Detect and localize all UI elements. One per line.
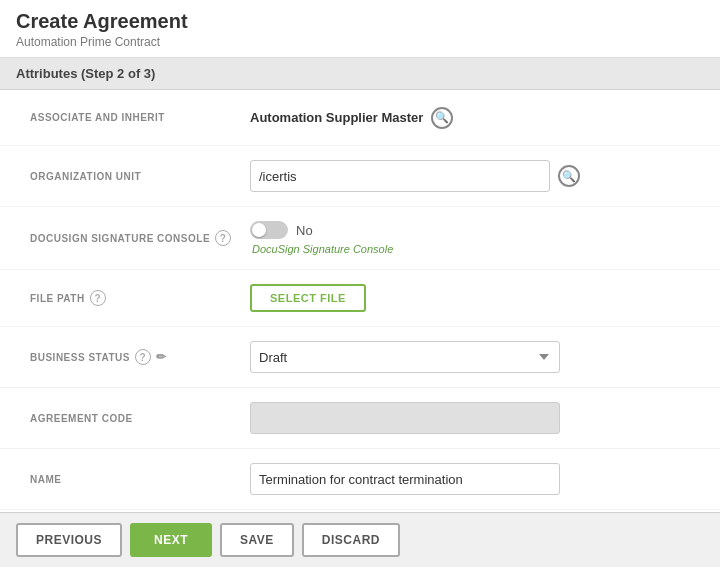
page-title: Create Agreement [16, 10, 704, 33]
business-status-help-icon[interactable]: ? [135, 349, 151, 365]
docusign-toggle[interactable] [250, 221, 288, 239]
next-button[interactable]: NEXT [130, 523, 212, 557]
docusign-toggle-wrapper: No DocuSign Signature Console [250, 221, 393, 255]
file-path-control: SELECT FILE [250, 284, 690, 312]
page-wrapper: Create Agreement Automation Prime Contra… [0, 0, 720, 567]
associate-inherit-label: ASSOCIATE AND INHERIT [30, 112, 250, 123]
org-unit-search-icon[interactable]: 🔍 [558, 165, 580, 187]
associate-inherit-value: Automation Supplier Master [250, 110, 423, 125]
org-unit-input[interactable] [250, 160, 550, 192]
docusign-toggle-row: No [250, 221, 393, 239]
file-path-help-icon[interactable]: ? [90, 290, 106, 306]
agreement-code-input [250, 402, 560, 434]
docusign-label: DOCUSIGN SIGNATURE CONSOLE ? [30, 230, 250, 246]
docusign-help-icon[interactable]: ? [215, 230, 231, 246]
select-file-button[interactable]: SELECT FILE [250, 284, 366, 312]
docusign-control: No DocuSign Signature Console [250, 221, 690, 255]
footer: PREVIOUS NEXT SAVE DISCARD [0, 512, 720, 567]
business-status-edit-icon[interactable]: ✏ [156, 350, 167, 364]
name-row: NAME [0, 449, 720, 510]
file-path-row: FILE PATH ? SELECT FILE [0, 270, 720, 327]
name-input[interactable] [250, 463, 560, 495]
associate-inherit-control: Automation Supplier Master 🔍 [250, 107, 690, 129]
page-header: Create Agreement Automation Prime Contra… [0, 0, 720, 58]
file-path-label: FILE PATH ? [30, 290, 250, 306]
business-status-row: BUSINESS STATUS ? ✏ Draft Active Inactiv… [0, 327, 720, 388]
page-subtitle: Automation Prime Contract [16, 35, 704, 49]
agreement-code-control [250, 402, 690, 434]
business-status-label: BUSINESS STATUS ? ✏ [30, 349, 250, 365]
org-unit-row: ORGANIZATION UNIT 🔍 [0, 146, 720, 207]
agreement-code-row: AGREEMENT CODE [0, 388, 720, 449]
form-area: ASSOCIATE AND INHERIT Automation Supplie… [0, 90, 720, 512]
discard-button[interactable]: DISCARD [302, 523, 400, 557]
business-status-control: Draft Active Inactive [250, 341, 690, 373]
previous-button[interactable]: PREVIOUS [16, 523, 122, 557]
associate-search-icon[interactable]: 🔍 [431, 107, 453, 129]
business-status-select[interactable]: Draft Active Inactive [250, 341, 560, 373]
docusign-hint: DocuSign Signature Console [252, 243, 393, 255]
agreement-code-label: AGREEMENT CODE [30, 413, 250, 424]
docusign-row: DOCUSIGN SIGNATURE CONSOLE ? No DocuSign… [0, 207, 720, 270]
save-button[interactable]: SAVE [220, 523, 294, 557]
name-control [250, 463, 690, 495]
step-bar: Attributes (Step 2 of 3) [0, 58, 720, 90]
docusign-toggle-label: No [296, 223, 313, 238]
toggle-knob [252, 223, 266, 237]
step-label: Attributes (Step 2 of 3) [16, 66, 155, 81]
associate-inherit-row: ASSOCIATE AND INHERIT Automation Supplie… [0, 90, 720, 146]
name-label: NAME [30, 474, 250, 485]
org-unit-label: ORGANIZATION UNIT [30, 171, 250, 182]
org-unit-control: 🔍 [250, 160, 690, 192]
